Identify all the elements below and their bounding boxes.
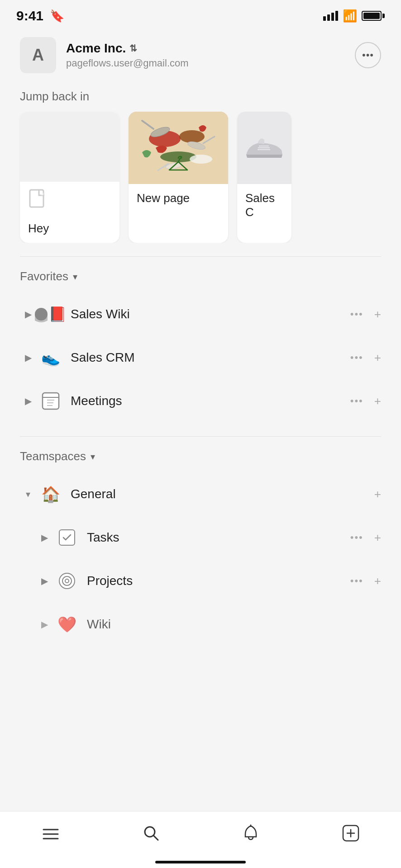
sales-wiki-actions: ••• + xyxy=(350,307,381,321)
home-nav-icon xyxy=(42,825,60,845)
tasks-icon xyxy=(55,526,79,549)
svg-rect-0 xyxy=(30,190,43,207)
expand-wiki-button[interactable]: ▶ xyxy=(36,616,53,632)
list-item-general[interactable]: ▾ 🏠 General + xyxy=(0,472,401,516)
jump-back-in-cards: Hey xyxy=(0,112,401,243)
tasks-actions: ••• + xyxy=(350,531,381,545)
meetings-add-button[interactable]: + xyxy=(374,394,381,408)
status-time: 9:41 xyxy=(16,8,43,24)
favorites-header[interactable]: Favorites ▾ xyxy=(0,257,401,292)
expand-chevron-icon: ▶ xyxy=(41,576,48,586)
meetings-actions: ••• + xyxy=(350,394,381,408)
expand-chevron-icon: ▶ xyxy=(41,532,48,543)
nav-item-notifications[interactable] xyxy=(232,821,270,850)
expand-general-button[interactable]: ▾ xyxy=(20,486,36,502)
projects-add-button[interactable]: + xyxy=(374,574,381,588)
sales-crm-actions: ••• + xyxy=(350,351,381,365)
nav-item-search[interactable] xyxy=(132,821,171,849)
expand-chevron-icon: ▶ xyxy=(25,396,32,406)
status-bar: 9:41 🔖 📶 xyxy=(0,0,401,28)
meetings-name: Meetings xyxy=(71,394,350,408)
card-hey-thumbnail xyxy=(20,112,119,182)
home-indicator xyxy=(155,861,246,863)
sales-wiki-name: Sales Wiki xyxy=(71,307,350,321)
projects-name: Projects xyxy=(87,574,350,588)
bottom-nav xyxy=(0,811,401,868)
svg-point-11 xyxy=(190,155,212,164)
sales-crm-more-button[interactable]: ••• xyxy=(350,352,363,363)
sales-crm-name: Sales CRM xyxy=(71,350,350,365)
expand-chevron-icon: ▶ xyxy=(25,309,32,320)
expand-sales-wiki-button[interactable]: ▶ xyxy=(20,306,36,322)
list-item-sales-wiki[interactable]: ▶ 📕 Sales Wiki ••• + xyxy=(0,292,401,336)
signal-icon xyxy=(323,11,338,21)
wifi-icon: 📶 xyxy=(343,9,357,23)
bookmark-icon: 🔖 xyxy=(50,9,64,23)
expand-sales-crm-button[interactable]: ▶ xyxy=(20,349,36,366)
sales-wiki-add-button[interactable]: + xyxy=(374,307,381,321)
projects-more-button[interactable]: ••• xyxy=(350,575,363,587)
card-sales-partial[interactable]: Sales C xyxy=(237,112,291,243)
tasks-more-button[interactable]: ••• xyxy=(350,532,363,543)
card-new-page[interactable]: New page xyxy=(129,112,228,243)
workspace-chevron-icon: ⇅ xyxy=(129,43,137,54)
card-new-page-thumbnail xyxy=(129,112,228,184)
card-hey[interactable]: Hey xyxy=(20,112,119,243)
svg-line-29 xyxy=(153,835,158,840)
more-dots-icon: ••• xyxy=(362,49,374,61)
expand-tasks-button[interactable]: ▶ xyxy=(36,529,53,546)
nav-item-new[interactable] xyxy=(331,821,371,850)
doc-icon xyxy=(28,189,111,217)
expand-chevron-icon: ▶ xyxy=(25,352,32,363)
workspace-avatar[interactable]: A xyxy=(20,37,56,73)
list-item-wiki[interactable]: ▶ ❤️ Wiki xyxy=(0,603,401,646)
projects-actions: ••• + xyxy=(350,574,381,588)
collapse-chevron-icon: ▾ xyxy=(26,489,30,500)
meetings-icon xyxy=(39,389,62,413)
expand-meetings-button[interactable]: ▶ xyxy=(20,393,36,409)
teamspaces-title: Teamspaces xyxy=(20,449,86,463)
teamspaces-chevron-icon: ▾ xyxy=(91,451,95,462)
general-add-button[interactable]: + xyxy=(374,487,381,501)
sales-wiki-more-button[interactable]: ••• xyxy=(350,308,363,320)
sales-wiki-icon: 📕 xyxy=(39,302,62,326)
hanger-icon xyxy=(167,156,189,178)
meetings-more-button[interactable]: ••• xyxy=(350,395,363,407)
list-item-meetings[interactable]: ▶ Meetings ••• + xyxy=(0,379,401,423)
tasks-add-button[interactable]: + xyxy=(374,531,381,545)
list-item-tasks[interactable]: ▶ Tasks ••• + xyxy=(0,516,401,559)
favorites-title: Favorites xyxy=(20,269,68,283)
header-info: Acme Inc. ⇅ pageflows.user@gmail.com xyxy=(66,41,355,69)
svg-rect-21 xyxy=(59,530,75,545)
card-hey-body: Hey xyxy=(20,182,119,243)
card-sales-thumbnail xyxy=(237,112,291,184)
projects-icon xyxy=(55,569,79,593)
svg-point-3 xyxy=(179,130,205,143)
general-icon: 🏠 xyxy=(39,482,62,506)
battery-icon xyxy=(362,11,385,21)
sales-crm-add-button[interactable]: + xyxy=(374,351,381,365)
page-bottom xyxy=(0,646,401,718)
list-item-projects[interactable]: ▶ Projects ••• + xyxy=(0,559,401,603)
card-new-page-body: New page xyxy=(129,184,228,243)
workspace-email: pageflows.user@gmail.com xyxy=(66,57,355,69)
jump-back-in-title: Jump back in xyxy=(0,82,401,112)
wiki-icon: ❤️ xyxy=(55,613,79,636)
status-icons: 📶 xyxy=(323,9,385,23)
wiki-name: Wiki xyxy=(87,617,381,632)
tasks-name: Tasks xyxy=(87,530,350,545)
header: A Acme Inc. ⇅ pageflows.user@gmail.com •… xyxy=(0,28,401,82)
card-hey-title: Hey xyxy=(28,222,111,236)
svg-rect-16 xyxy=(43,393,59,409)
teamspaces-header[interactable]: Teamspaces ▾ xyxy=(0,437,401,472)
expand-chevron-icon: ▶ xyxy=(41,619,48,630)
workspace-name[interactable]: Acme Inc. ⇅ xyxy=(66,41,355,56)
more-button[interactable]: ••• xyxy=(355,42,381,68)
sales-crm-icon: 👟 xyxy=(39,346,62,369)
list-item-sales-crm[interactable]: ▶ 👟 Sales CRM ••• + xyxy=(0,336,401,379)
new-nav-icon xyxy=(342,824,360,846)
expand-projects-button[interactable]: ▶ xyxy=(36,573,53,589)
search-nav-icon xyxy=(143,825,160,846)
shoe-illustration xyxy=(242,130,287,166)
nav-item-home[interactable] xyxy=(31,821,71,849)
